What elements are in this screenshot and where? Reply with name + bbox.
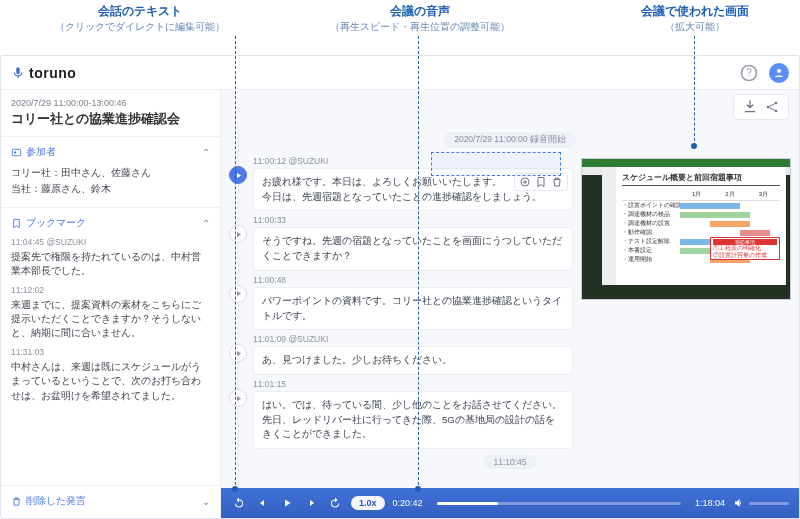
chevron-up-icon: ⌃	[202, 147, 210, 158]
utterance-bubble[interactable]: そうですね。先週の宿題となっていたことを画面にうつしていただくことできますか？	[253, 227, 573, 270]
bookmark-meta: 11:12:02	[11, 284, 210, 298]
avatar-icon[interactable]	[769, 63, 789, 83]
bookmark-item[interactable]: 11:12:02来週までに、提案資料の素材をこちらにご提示いただくことできますか…	[11, 284, 210, 340]
utterance-row: 11:01:15はい。では、待っている間、少し他のことをお話させてください。先日…	[221, 377, 799, 451]
utterance-play-button[interactable]	[229, 389, 247, 407]
volume-control[interactable]	[733, 497, 789, 509]
annotation-screen-title: 会議で使われた画面	[641, 4, 749, 18]
bookmark-item[interactable]: 11:31:03中村さんは、来週は既にスケジュールがうまっているということで、次…	[11, 346, 210, 402]
svg-point-2	[777, 69, 781, 73]
help-icon[interactable]: ?	[739, 63, 759, 83]
topbar: toruno ?	[1, 56, 799, 90]
bookmark-meta: 11:31:03	[11, 346, 210, 360]
meeting-title[interactable]: コリー社との協業進捗確認会	[11, 110, 210, 128]
participants-toggle[interactable]: 参加者 ⌃	[11, 145, 210, 159]
screen-preview[interactable]: スケジュール概要と前回宿題事項 1月 2月 3月 ・設置ポイントの確認・調達機材…	[581, 158, 791, 300]
main-panel: 2020/7/29 11:00:00 録音開始 11:00:12 @SUZUKI…	[221, 90, 799, 518]
svg-point-5	[767, 106, 770, 109]
slide-row-label: ・テスト設定解除	[622, 237, 680, 246]
recording-mark-pill: 11:10:45	[483, 455, 536, 469]
svg-point-6	[775, 102, 778, 105]
bookmark-text: 来週までに、提案資料の素材をこちらにご提示いただくことできますか？そうしないと、…	[11, 298, 210, 341]
annotation-text-sub: （クリックでダイレクトに編集可能）	[30, 20, 250, 33]
slide-row-label: ・設置ポイントの確認	[622, 201, 680, 210]
participants-line: 当社：藤原さん、鈴木	[11, 181, 210, 197]
svg-point-4	[14, 151, 16, 153]
recording-start-pill: 2020/7/29 11:00:00 録音開始	[444, 132, 576, 148]
utterance-meta: 11:00:12 @SUZUKI	[253, 156, 573, 166]
utterance-meta: 11:00:48	[253, 275, 573, 285]
mic-icon	[11, 66, 25, 80]
svg-point-7	[775, 110, 778, 113]
meeting-datetime: 2020/7/29 11:00:00-13:00:46	[11, 98, 210, 108]
total-time: 1:18:04	[695, 498, 725, 508]
trash-icon	[11, 496, 22, 507]
bookmark-text: 提案先で権限を持たれているのは、中村営業本部長でした。	[11, 250, 210, 279]
deleted-section: 削除した発言 ⌄	[1, 485, 220, 518]
edit-icon[interactable]	[519, 176, 531, 188]
annotation-audio-title: 会議の音声	[390, 4, 450, 18]
main-toolbar	[221, 90, 799, 124]
play-button[interactable]	[279, 495, 295, 511]
utterance-play-button[interactable]	[229, 166, 247, 184]
brand-text: toruno	[29, 65, 76, 81]
slide-row-label: ・運用開始	[622, 255, 680, 264]
utterance-play-button[interactable]	[229, 225, 247, 243]
prev-button[interactable]	[255, 495, 271, 511]
utterance-meta: 11:01:15	[253, 379, 573, 389]
next-button[interactable]	[303, 495, 319, 511]
annotation-audio-sub: （再生スピード・再生位置の調整可能）	[320, 20, 520, 33]
utterance-bubble[interactable]: はい。では、待っている間、少し他のことをお話させてください。先日、レッドリバー社…	[253, 391, 573, 449]
skip-back-10-button[interactable]	[231, 495, 247, 511]
utterance-play-button[interactable]	[229, 285, 247, 303]
deleted-toggle[interactable]: 削除した発言 ⌄	[11, 494, 210, 508]
seek-track[interactable]	[437, 502, 681, 505]
download-icon[interactable]	[742, 99, 758, 115]
bookmarks-toggle[interactable]: ブックマーク ⌃	[11, 216, 210, 230]
bookmarks-section: ブックマーク ⌃ 11:04:45 @SUZUKI提案先で権限を持たれているのは…	[1, 207, 220, 413]
current-time: 0:20:42	[393, 498, 423, 508]
utterance-meta: 11:00:33	[253, 215, 573, 225]
audio-player: 1.0x 0:20:42 1:18:04	[221, 488, 799, 518]
participants-line: コリー社：田中さん、佐藤さん	[11, 165, 210, 181]
brand-logo: toruno	[11, 65, 76, 81]
svg-text:?: ?	[746, 67, 752, 78]
delete-icon[interactable]	[551, 176, 563, 188]
bookmark-icon	[11, 218, 22, 229]
slide-row-label: ・調達機材の検品	[622, 210, 680, 219]
participants-section: 参加者 ⌃ コリー社：田中さん、佐藤さん 当社：藤原さん、鈴木	[1, 136, 220, 207]
utterance-bubble[interactable]: あ、見つけました。少しお待ちください。	[253, 346, 573, 375]
bookmark-text: 中村さんは、来週は既にスケジュールがうまっているということで、次のお打ち合わせは…	[11, 360, 210, 403]
volume-icon	[733, 497, 745, 509]
slide-row-label: ・調達機材の設置	[622, 219, 680, 228]
svg-rect-3	[12, 149, 20, 155]
speed-pill[interactable]: 1.0x	[351, 496, 385, 510]
utterance-play-button[interactable]	[229, 344, 247, 362]
annotation-text-title: 会話のテキスト	[98, 4, 182, 18]
utterance-bubble[interactable]: お疲れ様です。本日は、よろしくお願いいたします。今日は、先週宿題となっていたこと…	[253, 168, 573, 211]
slide-callout: 宿題事項 ①工程表の明確化 ②設置計容量の作成	[710, 237, 780, 260]
annotation-screen-sub: （拡大可能）	[600, 20, 790, 33]
chevron-down-icon: ⌄	[202, 496, 210, 507]
utterance-bubble[interactable]: パワーポイントの資料です。コリー社との協業進捗確認というタイトルです。	[253, 287, 573, 330]
bookmark-item[interactable]: 11:04:45 @SUZUKI提案先で権限を持たれているのは、中村営業本部長で…	[11, 236, 210, 278]
app-shell: toruno ? 2020/7/29 11:00:00-13:00:46 コリー…	[0, 55, 800, 519]
bookmark-add-icon[interactable]	[535, 176, 547, 188]
bookmark-meta: 11:04:45 @SUZUKI	[11, 236, 210, 250]
utterance-meta: 11:01:09 @SUZUKI	[253, 334, 573, 344]
skip-fwd-10-button[interactable]	[327, 495, 343, 511]
transcript-area: 2020/7/29 11:00:00 録音開始 11:00:12 @SUZUKI…	[221, 124, 799, 488]
user-badge-icon	[11, 147, 22, 158]
slide-row-label: ・本番設定	[622, 246, 680, 255]
bubble-toolbar	[514, 173, 568, 191]
slide-title: スケジュール概要と前回宿題事項	[622, 173, 780, 186]
share-icon[interactable]	[764, 99, 780, 115]
utterance-row: 11:01:09 @SUZUKIあ、見つけました。少しお待ちください。	[221, 332, 799, 377]
sidebar: 2020/7/29 11:00:00-13:00:46 コリー社との協業進捗確認…	[1, 90, 221, 518]
chevron-up-icon: ⌃	[202, 218, 210, 229]
slide-row-label: ・動作確認	[622, 228, 680, 237]
